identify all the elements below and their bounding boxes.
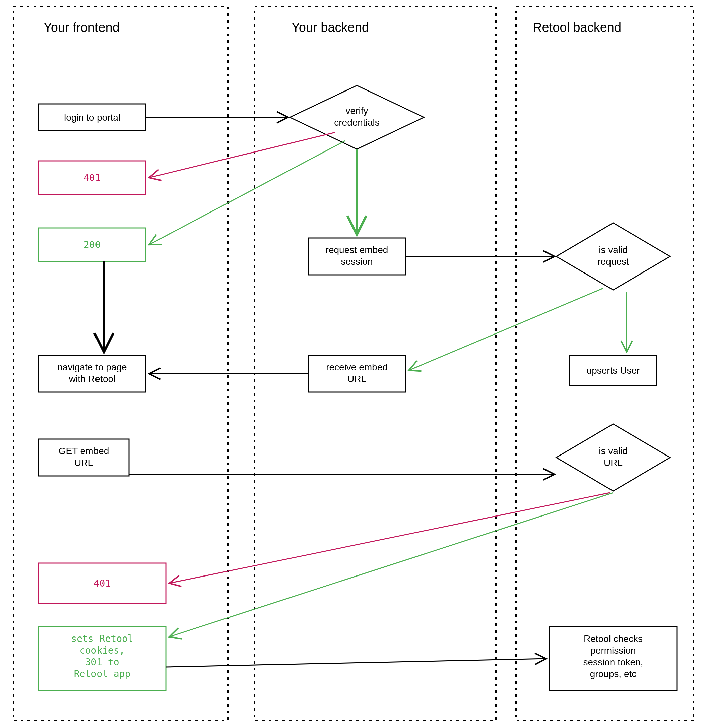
node-401a-text: 401 <box>84 172 101 183</box>
node-sets-cookies-t1: sets Retool <box>71 633 133 644</box>
node-receive-url-t2: URL <box>348 374 366 384</box>
node-is-valid-url-t1: is valid <box>599 446 628 456</box>
swimlane-title-retool: Retool backend <box>533 20 621 35</box>
node-sets-cookies-t4: Retool app <box>74 668 131 679</box>
node-retool-checks-t1: Retool checks <box>584 634 642 644</box>
arrow-cookies-retoolchecks <box>166 659 546 667</box>
node-is-valid-request-t2: request <box>598 256 629 267</box>
swimlane-title-frontend: Your frontend <box>43 20 120 35</box>
node-verify-text1: verify <box>346 105 368 116</box>
node-request-embed-t1: request embed <box>326 245 388 255</box>
node-login-text: login to portal <box>64 112 120 123</box>
node-200-text: 200 <box>84 239 101 250</box>
node-receive-url-t1: receive embed <box>326 362 388 373</box>
node-upserts-user-text: upserts User <box>587 365 640 376</box>
node-retool-checks-t2: permission <box>590 645 636 656</box>
swimlane-retool <box>516 7 694 721</box>
node-is-valid-url-t2: URL <box>604 458 622 468</box>
node-navigate-t2: with Retool <box>69 374 116 384</box>
node-navigate-t1: navigate to page <box>57 362 127 373</box>
node-get-url-t2: URL <box>74 458 93 468</box>
arrow-isvalidurl-401 <box>169 493 610 583</box>
node-sets-cookies-t3: 301 to <box>85 657 119 668</box>
swimlane-title-backend: Your backend <box>292 20 369 35</box>
arrow-verify-401 <box>149 132 335 178</box>
node-sets-cookies-t2: cookies, <box>80 645 125 656</box>
node-retool-checks-t4: groups, etc <box>590 669 637 679</box>
node-verify-text2: credentials <box>334 117 379 128</box>
node-is-valid-request-t1: is valid <box>599 245 628 255</box>
node-retool-checks-t3: session token, <box>583 657 643 667</box>
node-401b-text: 401 <box>94 578 111 589</box>
node-request-embed-t2: session <box>341 256 373 267</box>
flow-diagram: Your frontend Your backend Retool backen… <box>0 0 706 728</box>
node-get-url-t1: GET embed <box>59 446 109 456</box>
arrow-verify-200 <box>149 141 345 245</box>
arrow-isvalid-receive <box>409 288 603 370</box>
arrow-isvalidurl-cookies <box>169 493 613 637</box>
